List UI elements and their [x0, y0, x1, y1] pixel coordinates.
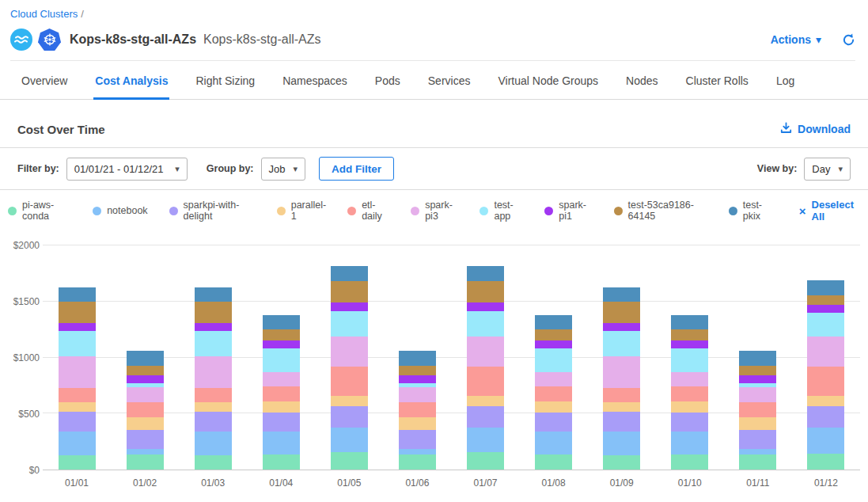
bar-segment-test-pkix[interactable] [195, 287, 232, 302]
bar-segment-parallel-1[interactable] [399, 417, 436, 430]
bar-segment-spark-pi1[interactable] [535, 340, 572, 348]
bar-segment-test-app[interactable] [59, 331, 96, 356]
legend-item-sparkpi-with-delight[interactable]: sparkpi-with-delight [169, 200, 256, 222]
legend-item-test-53ca9186-64145[interactable]: test-53ca9186-64145 [614, 200, 707, 222]
actions-button[interactable]: Actions ▾ [771, 33, 821, 46]
bar-segment-etl-daily[interactable] [127, 402, 164, 416]
bar-segment-test-53ca9186-64145[interactable] [331, 281, 368, 302]
bar-segment-pi-aws-conda[interactable] [739, 454, 776, 470]
bar-segment-spark-pi3[interactable] [535, 372, 572, 386]
bar-segment-etl-daily[interactable] [535, 386, 572, 401]
bar-segment-parallel-1[interactable] [127, 417, 164, 430]
bar-segment-pi-aws-conda[interactable] [59, 455, 96, 470]
bar-segment-etl-daily[interactable] [603, 388, 640, 402]
bar-segment-test-pkix[interactable] [127, 351, 164, 366]
legend-item-test-app[interactable]: test-app [479, 200, 523, 222]
bar-segment-spark-pi1[interactable] [195, 323, 232, 331]
bar-segment-sparkpi-with-delight[interactable] [671, 413, 708, 432]
bar-segment-etl-daily[interactable] [331, 367, 368, 396]
bar-segment-etl-daily[interactable] [59, 388, 96, 402]
bar-segment-spark-pi3[interactable] [195, 356, 232, 388]
bar-segment-notebook[interactable] [331, 428, 368, 452]
tab-cluster-rolls[interactable]: Cluster Rolls [684, 61, 750, 100]
bar-segment-parallel-1[interactable] [671, 401, 708, 413]
bar-segment-pi-aws-conda[interactable] [807, 454, 844, 470]
bar-segment-sparkpi-with-delight[interactable] [59, 412, 96, 432]
bar-segment-parallel-1[interactable] [263, 401, 300, 413]
bar-segment-test-app[interactable] [263, 348, 300, 373]
tab-services[interactable]: Services [426, 61, 472, 100]
bar-segment-parallel-1[interactable] [807, 396, 844, 406]
bar-segment-spark-pi1[interactable] [671, 340, 708, 348]
download-button[interactable]: Download [780, 122, 851, 136]
bar-segment-test-53ca9186-64145[interactable] [467, 281, 504, 302]
bar-segment-etl-daily[interactable] [195, 388, 232, 402]
bar-segment-parallel-1[interactable] [331, 396, 368, 406]
bar-segment-test-pkix[interactable] [535, 315, 572, 329]
tab-right-sizing[interactable]: Right Sizing [194, 61, 256, 100]
bar-segment-pi-aws-conda[interactable] [671, 454, 708, 470]
bar-segment-spark-pi1[interactable] [739, 375, 776, 382]
bar-segment-spark-pi1[interactable] [603, 323, 640, 331]
bar-segment-spark-pi3[interactable] [807, 337, 844, 367]
refresh-icon[interactable] [842, 33, 855, 47]
bar-segment-test-53ca9186-64145[interactable] [739, 366, 776, 375]
bar-segment-spark-pi3[interactable] [399, 387, 436, 402]
bar-segment-test-pkix[interactable] [263, 315, 300, 329]
bar-segment-spark-pi1[interactable] [127, 375, 164, 382]
bar-segment-pi-aws-conda[interactable] [535, 454, 572, 470]
bar-segment-sparkpi-with-delight[interactable] [535, 413, 572, 432]
bar-segment-sparkpi-with-delight[interactable] [807, 406, 844, 428]
bar-segment-notebook[interactable] [671, 432, 708, 454]
bar-segment-test-pkix[interactable] [807, 280, 844, 295]
bar-segment-spark-pi3[interactable] [739, 387, 776, 402]
bar-segment-test-app[interactable] [195, 331, 232, 356]
breadcrumb-link-cloud-clusters[interactable]: Cloud Clusters [10, 8, 78, 20]
bar-segment-pi-aws-conda[interactable] [127, 454, 164, 470]
group-by-dropdown[interactable]: Job ▾ [261, 158, 306, 181]
add-filter-button[interactable]: Add Filter [319, 157, 394, 181]
bar-segment-spark-pi3[interactable] [127, 387, 164, 402]
bar-segment-test-pkix[interactable] [331, 266, 368, 281]
bar-segment-test-pkix[interactable] [603, 287, 640, 302]
legend-item-notebook[interactable]: notebook [93, 205, 147, 216]
bar-segment-test-53ca9186-64145[interactable] [603, 302, 640, 323]
tab-namespaces[interactable]: Namespaces [281, 61, 349, 100]
bar-segment-pi-aws-conda[interactable] [467, 452, 504, 470]
bar-segment-etl-daily[interactable] [263, 386, 300, 401]
bar-segment-test-53ca9186-64145[interactable] [535, 329, 572, 340]
bar-segment-sparkpi-with-delight[interactable] [263, 413, 300, 432]
bar-segment-test-app[interactable] [671, 348, 708, 373]
bar-segment-parallel-1[interactable] [535, 401, 572, 413]
bar-segment-notebook[interactable] [807, 428, 844, 454]
bar-segment-notebook[interactable] [535, 432, 572, 454]
bar-segment-sparkpi-with-delight[interactable] [195, 412, 232, 432]
bar-segment-etl-daily[interactable] [399, 402, 436, 416]
bar-segment-notebook[interactable] [603, 432, 640, 455]
bar-segment-etl-daily[interactable] [807, 367, 844, 396]
bar-segment-test-pkix[interactable] [59, 287, 96, 302]
bar-segment-test-app[interactable] [807, 313, 844, 337]
bar-segment-spark-pi3[interactable] [467, 337, 504, 367]
bar-segment-notebook[interactable] [399, 449, 436, 454]
bar-segment-sparkpi-with-delight[interactable] [603, 412, 640, 432]
bar-segment-etl-daily[interactable] [739, 402, 776, 416]
bar-segment-notebook[interactable] [467, 428, 504, 452]
deselect-all-button[interactable]: ×Deselect All [799, 199, 860, 222]
bar-segment-spark-pi1[interactable] [331, 302, 368, 311]
bar-segment-test-app[interactable] [603, 331, 640, 356]
tab-nodes[interactable]: Nodes [624, 61, 659, 100]
bar-segment-parallel-1[interactable] [195, 402, 232, 412]
bar-segment-test-53ca9186-64145[interactable] [263, 329, 300, 340]
bar-segment-test-53ca9186-64145[interactable] [807, 295, 844, 305]
bar-segment-pi-aws-conda[interactable] [195, 455, 232, 470]
bar-segment-test-53ca9186-64145[interactable] [127, 366, 164, 375]
bar-segment-spark-pi1[interactable] [467, 302, 504, 311]
bar-segment-spark-pi3[interactable] [59, 356, 96, 388]
bar-segment-notebook[interactable] [59, 432, 96, 455]
date-range-dropdown[interactable]: 01/01/21 - 01/12/21 ▾ [66, 158, 188, 181]
bar-segment-test-53ca9186-64145[interactable] [195, 302, 232, 323]
bar-segment-sparkpi-with-delight[interactable] [399, 430, 436, 449]
bar-segment-etl-daily[interactable] [671, 386, 708, 401]
tab-pods[interactable]: Pods [373, 61, 402, 100]
